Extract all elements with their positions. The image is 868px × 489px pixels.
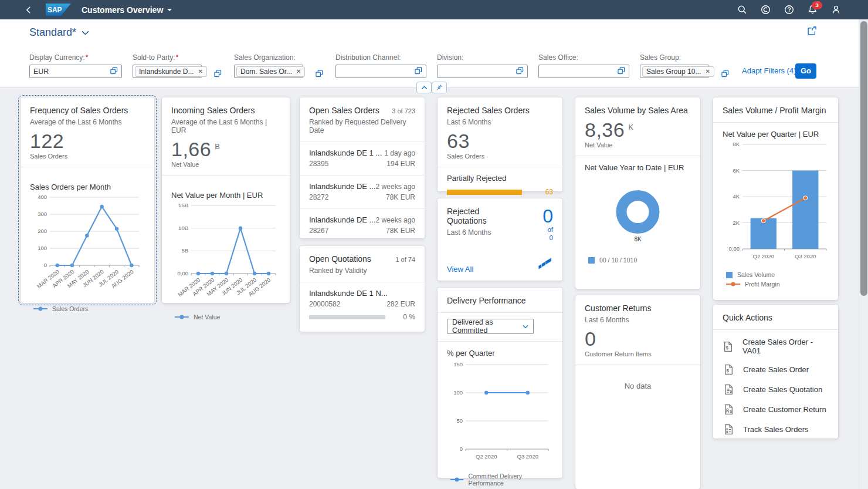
divider (713, 329, 838, 330)
svg-text:Q3 2020: Q3 2020 (795, 253, 816, 259)
back-icon[interactable] (25, 6, 33, 14)
svg-text:$: $ (730, 389, 732, 394)
variant-selector[interactable]: Standard* (29, 26, 89, 39)
filter-value: EUR (33, 68, 49, 76)
delivery-filter-select[interactable]: Delivered as Committed (447, 319, 534, 334)
legend-item: Net Value (175, 313, 280, 321)
sales-orders-per-month-chart: 0100200300400MAR 2020APR 2020MAY 2020JUN… (30, 194, 145, 312)
card-rejected-quotations[interactable]: Rejected Quotations Last 6 Months 0 of 0… (438, 198, 562, 281)
card-sales-volume-by-sales-area[interactable]: Sales Volume by Sales Area 8,36 K Net Va… (575, 97, 700, 289)
quick-actions-list: $Create Sales Order - VA01$Create Sales … (713, 333, 838, 439)
view-all-link[interactable]: View All (447, 265, 473, 274)
quick-action-create-sales-quotation[interactable]: $Create Sales Quotation (713, 379, 838, 399)
filter-input[interactable]: Sales Group 10...✕ (640, 65, 709, 78)
chart-title: % per Quarter (447, 342, 553, 358)
chart-title: Net Value per Month | EUR (171, 184, 280, 200)
app-title[interactable]: Customers Overview (82, 5, 172, 15)
svg-text:Q2 2020: Q2 2020 (753, 253, 774, 259)
quick-action-create-customer-return[interactable]: $Create Customer Return (713, 399, 838, 419)
filter-sales-group: Sales Group:Sales Group 10...✕ (640, 53, 709, 78)
legend-label: Committed Delivery Performance (468, 473, 553, 487)
token-remove-icon[interactable]: ✕ (296, 68, 301, 75)
svg-text:15B: 15B (178, 202, 188, 208)
filter-input[interactable] (335, 65, 426, 78)
legend-label: Sales Volume (737, 271, 775, 278)
filter-token[interactable]: Dom. Sales Or...✕ (236, 66, 305, 77)
kpi-of-label: of (542, 225, 553, 234)
token-text: Sales Group 10... (646, 68, 701, 76)
collapse-filter-bar-button[interactable] (416, 82, 432, 93)
filter-division: Division: (437, 53, 528, 78)
card-subtitle: Ranked by Requested Delivery Date (309, 118, 415, 134)
filter-input[interactable]: Inlandskunde D...✕ (133, 65, 202, 78)
chart-incoming-plot: 0,005B10B15BMAR 2020APR 2020MAY 2020JUN … (171, 202, 282, 310)
share-icon[interactable] (807, 26, 817, 38)
value-help-icon[interactable] (316, 69, 323, 80)
filter-token[interactable]: Inlandskunde D...✕ (135, 66, 207, 77)
filter-input[interactable] (437, 65, 528, 78)
card-delivery-performance[interactable]: Delivery Performance Delivered as Commit… (438, 288, 562, 478)
filter-input[interactable]: EUR (29, 65, 122, 78)
card-open-sales-orders[interactable]: Open Sales Orders 3 of 723 Ranked by Req… (300, 97, 425, 238)
copilot-icon[interactable] (760, 5, 771, 15)
card-title: Customer Returns (585, 303, 691, 313)
token-remove-icon[interactable]: ✕ (705, 68, 710, 75)
vertical-scrollbar-track[interactable] (859, 19, 868, 489)
list-item[interactable]: Inlandskunde DE ...2 weeks ago2827278K E… (300, 175, 425, 208)
doc-dollar-icon: $ (723, 340, 734, 352)
notifications-bell-icon[interactable]: 3 (807, 5, 818, 15)
help-icon[interactable] (784, 5, 794, 15)
quick-action-label: Track Sales Orders (743, 425, 809, 434)
vertical-scrollbar-thumb[interactable] (860, 21, 867, 296)
card-title: Sales Volume by Sales Area (585, 106, 691, 115)
profile-icon[interactable] (830, 5, 841, 15)
svg-text:8K: 8K (733, 141, 740, 147)
svg-text:4K: 4K (733, 193, 740, 200)
quick-action-track-sales-orders[interactable]: Track Sales Orders (713, 419, 838, 439)
order-age: 2 weeks ago (376, 183, 415, 191)
value-help-icon[interactable] (214, 69, 222, 80)
quick-action-create-sales-order[interactable]: $Create Sales Order (713, 359, 838, 379)
card-open-quotations[interactable]: Open Quotations 1 of 74 Ranked by Validi… (300, 246, 425, 332)
legend-square-glyph (588, 257, 595, 264)
filter-input[interactable]: Dom. Sales Or...✕ (234, 65, 303, 78)
quick-action-label: Create Sales Order (743, 365, 809, 374)
svg-text:$: $ (726, 367, 729, 373)
card-customer-returns[interactable]: Customer Returns Last 6 Months 0 Custome… (575, 295, 700, 489)
section-label: Partially Rejected (447, 167, 553, 183)
go-button[interactable]: Go (795, 63, 816, 79)
order-customer: Inlandskunde DE ... (309, 215, 375, 224)
quick-action-label: Create Customer Return (743, 405, 826, 414)
svg-text:10B: 10B (178, 225, 188, 231)
list-item[interactable]: Inlandskunde DE ...2 weeks ago2826778K E… (300, 208, 425, 242)
legend-item: Committed Delivery Performance (450, 473, 553, 487)
value-help-icon[interactable] (618, 66, 625, 77)
card-sales-volume-profit-margin[interactable]: Sales Volume / Profit Margin Net Value p… (713, 97, 838, 300)
value-help-icon[interactable] (721, 69, 729, 80)
value-help-icon[interactable] (415, 66, 422, 77)
list-item[interactable]: Inlandskunde DE 1 N... 20000582 282 EUR … (300, 282, 425, 335)
filter-label: Sales Organization: (234, 53, 303, 62)
chart-title: Net Value Year to Date | EUR (585, 156, 691, 172)
filter-distribution-channel: Distribution Channel: (335, 53, 426, 78)
list-item[interactable]: Inlandskunde DE 1 ...1 day ago28395194 E… (300, 141, 425, 175)
card-subtitle: Average of the Last 6 Months (30, 118, 145, 126)
value-help-icon[interactable] (516, 66, 524, 77)
legend-square-glyph (726, 272, 733, 278)
value-help-icon[interactable] (110, 66, 118, 77)
card-rejected-sales-orders[interactable]: Rejected Sales Orders Last 6 Months 63 S… (438, 97, 562, 191)
quick-action-create-sales-order-va01[interactable]: $Create Sales Order - VA01 (713, 333, 838, 359)
search-icon[interactable] (737, 5, 747, 15)
chart-legend: Net Value (171, 313, 280, 321)
svg-text:Q2 2020: Q2 2020 (476, 453, 497, 460)
card-frequency-of-sales-orders[interactable]: Frequency of Sales Orders Average of the… (21, 97, 154, 303)
filter-token[interactable]: Sales Group 10...✕ (642, 66, 714, 77)
required-indicator: * (176, 53, 179, 62)
filter-input[interactable] (538, 65, 629, 78)
card-incoming-sales-orders[interactable]: Incoming Sales Orders Average of the Las… (162, 97, 290, 303)
adapt-filters-link[interactable]: Adapt Filters (4) (742, 66, 796, 75)
token-remove-icon[interactable]: ✕ (198, 68, 202, 75)
card-title: Delivery Performance (447, 296, 553, 305)
order-id: 28267 (309, 227, 328, 235)
pin-filter-bar-button[interactable] (432, 82, 447, 93)
